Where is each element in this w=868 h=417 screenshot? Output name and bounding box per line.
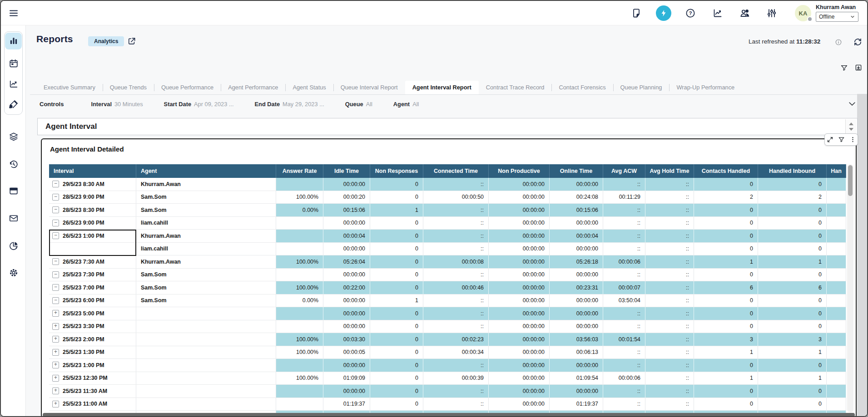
spinner-up-icon[interactable]: [849, 123, 853, 125]
column-header-han[interactable]: Han: [827, 164, 846, 178]
data-cell[interactable]: 0: [758, 204, 827, 216]
data-cell[interactable]: 0: [694, 230, 758, 242]
preferences-sliders-icon[interactable]: [766, 8, 777, 19]
expand-widget-icon[interactable]: [827, 136, 833, 143]
data-cell[interactable]: 00:00:00: [550, 217, 603, 230]
collapse-row-icon[interactable]: −: [52, 181, 59, 187]
data-cell[interactable]: [827, 178, 846, 191]
data-cell[interactable]: 00:00:07: [603, 281, 645, 294]
data-cell[interactable]: 100.00%: [276, 346, 323, 359]
data-cell[interactable]: 1: [758, 372, 827, 385]
tab-executive-summary[interactable]: Executive Summary: [36, 81, 103, 94]
column-header-idle-time[interactable]: Idle Time: [323, 164, 370, 178]
data-cell[interactable]: ::: [603, 269, 645, 281]
interval-cell[interactable]: +25/5/23 1:30 PM: [49, 346, 136, 359]
expand-row-icon[interactable]: +: [52, 323, 59, 330]
controls-collapse-chevron-icon[interactable]: [848, 99, 857, 108]
agent-cell[interactable]: Sam.Som: [136, 281, 276, 294]
data-cell[interactable]: 05:26:18: [550, 255, 603, 268]
data-cell[interactable]: 00:11:29: [603, 191, 645, 204]
agent-cell[interactable]: Khurram.Awan: [136, 178, 276, 191]
expand-row-icon[interactable]: +: [52, 388, 59, 394]
data-cell[interactable]: 0: [370, 281, 423, 294]
data-cell[interactable]: 00:24:08: [550, 191, 603, 204]
data-cell[interactable]: [276, 217, 323, 230]
data-cell[interactable]: [276, 243, 323, 255]
data-cell[interactable]: 3: [694, 333, 758, 346]
data-cell[interactable]: 00:00:00: [489, 230, 550, 242]
data-cell[interactable]: 00:00:46: [423, 281, 489, 294]
column-header-non-responses[interactable]: Non Responses: [370, 164, 423, 178]
sidebar-reports-icon[interactable]: [9, 36, 19, 46]
data-cell[interactable]: 0: [758, 178, 827, 191]
expand-row-icon[interactable]: +: [52, 349, 59, 356]
tab-wrap-up-performance[interactable]: Wrap-Up Performance: [669, 81, 742, 94]
tab-queue-performance[interactable]: Queue Performance: [154, 81, 221, 94]
data-cell[interactable]: [827, 281, 846, 294]
data-cell[interactable]: 00:00:00: [489, 398, 550, 411]
agent-cell[interactable]: Khurram.Awan: [136, 255, 276, 268]
data-cell[interactable]: 00:00:00: [489, 320, 550, 333]
notes-icon[interactable]: [631, 8, 642, 19]
collapse-row-icon[interactable]: −: [52, 284, 59, 291]
data-cell[interactable]: 0: [370, 255, 423, 268]
data-cell[interactable]: ::: [603, 217, 645, 230]
agent-cell[interactable]: [136, 372, 276, 385]
data-cell[interactable]: [276, 230, 323, 242]
data-cell[interactable]: 1: [370, 204, 423, 216]
interval-cell[interactable]: −28/5/23 8:30 PM: [49, 204, 136, 216]
avatar[interactable]: KA: [795, 5, 811, 21]
data-cell[interactable]: ::: [645, 217, 694, 230]
interval-cell[interactable]: +25/5/23 5:00 PM: [49, 307, 136, 320]
agent-cell[interactable]: [136, 346, 276, 359]
control-interval[interactable]: Interval30 Minutes: [91, 101, 143, 108]
data-cell[interactable]: 00:00:00: [489, 346, 550, 359]
data-cell[interactable]: ::: [645, 230, 694, 242]
data-cell[interactable]: [827, 255, 846, 268]
data-cell[interactable]: [276, 385, 323, 397]
agent-cell[interactable]: Sam.Som: [136, 269, 276, 281]
data-cell[interactable]: 00:15:06: [550, 204, 603, 216]
data-cell[interactable]: 1: [758, 346, 827, 359]
sidebar-history-icon[interactable]: [9, 159, 19, 169]
data-cell[interactable]: 00:00:20: [323, 191, 370, 204]
data-cell[interactable]: ::: [645, 191, 694, 204]
data-cell[interactable]: 00:00:00: [323, 217, 370, 230]
data-cell[interactable]: 0: [694, 243, 758, 255]
data-cell[interactable]: 00:00:00: [323, 307, 370, 320]
data-cell[interactable]: [827, 269, 846, 281]
data-cell[interactable]: 0: [694, 178, 758, 191]
data-cell[interactable]: ::: [645, 398, 694, 411]
data-cell[interactable]: [276, 398, 323, 411]
data-cell[interactable]: 00:00:00: [489, 217, 550, 230]
data-cell[interactable]: 00:06:13: [550, 346, 603, 359]
collapse-row-icon[interactable]: −: [52, 258, 59, 265]
data-cell[interactable]: 0: [694, 204, 758, 216]
data-cell[interactable]: [276, 178, 323, 191]
column-header-avg-hold-time[interactable]: Avg Hold Time: [645, 164, 694, 178]
data-cell[interactable]: 0: [370, 269, 423, 281]
data-cell[interactable]: 00:00:00: [550, 243, 603, 255]
tab-agent-status[interactable]: Agent Status: [285, 81, 333, 94]
collapse-row-icon[interactable]: −: [52, 232, 59, 239]
data-cell[interactable]: 0: [758, 385, 827, 397]
sidebar-pie-chart-icon[interactable]: [9, 241, 19, 251]
data-cell[interactable]: 0: [758, 320, 827, 333]
control-end-date[interactable]: End DateMay 29, 2023 ...: [255, 101, 324, 108]
data-cell[interactable]: ::: [645, 307, 694, 320]
data-cell[interactable]: ::: [423, 385, 489, 397]
data-cell[interactable]: ::: [603, 204, 645, 216]
data-cell[interactable]: 2: [694, 191, 758, 204]
data-cell[interactable]: ::: [645, 178, 694, 191]
tab-agent-performance[interactable]: Agent Performance: [221, 81, 285, 94]
interval-cell[interactable]: +25/5/23 12:30 PM: [49, 372, 136, 385]
data-cell[interactable]: 05:26:04: [323, 255, 370, 268]
data-cell[interactable]: 00:00:00: [550, 359, 603, 372]
expand-row-icon[interactable]: +: [52, 336, 59, 343]
data-cell[interactable]: 6: [758, 281, 827, 294]
data-cell[interactable]: ::: [423, 269, 489, 281]
tab-queue-interval-report[interactable]: Queue Interval Report: [333, 81, 405, 94]
expand-row-icon[interactable]: +: [52, 401, 59, 407]
column-header-non-productive[interactable]: Non Productive: [489, 164, 550, 178]
contacts-users-icon[interactable]: [739, 8, 750, 19]
